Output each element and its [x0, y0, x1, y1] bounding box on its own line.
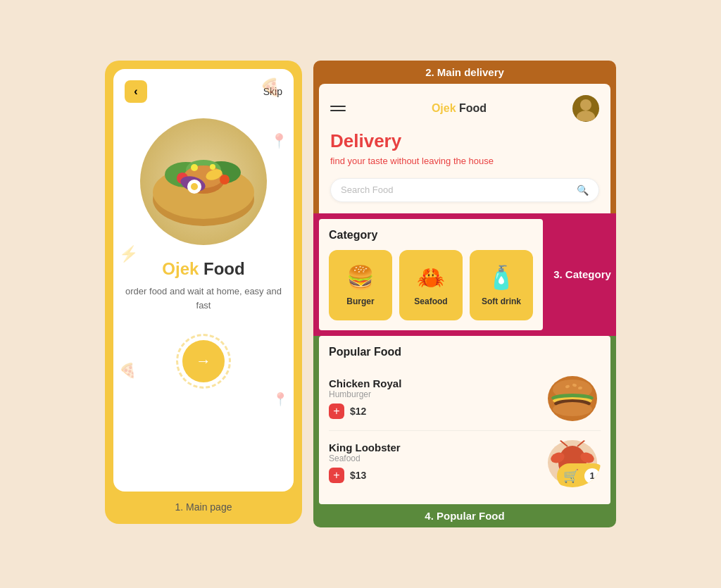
- cart-badge[interactable]: 🛒 1: [557, 463, 601, 487]
- hamburger-menu-button[interactable]: [330, 106, 346, 111]
- main-page-panel: 🍕 📍 ⚡ 🍕 📍 ‹ Skip: [105, 61, 302, 524]
- search-icon: 🔍: [577, 184, 589, 196]
- skip-button[interactable]: Skip: [263, 86, 282, 97]
- softdrink-icon: 🧴: [487, 264, 515, 291]
- back-button[interactable]: ‹: [125, 80, 147, 103]
- deco-lightning-icon: ⚡: [119, 245, 138, 263]
- food-price-row-lobster: + $13: [329, 468, 537, 483]
- main-page-inner: 🍕 📍 ⚡ 🍕 📍 ‹ Skip: [113, 69, 294, 492]
- food-cat-lobster: Seafood: [329, 453, 537, 463]
- delivery-title: Delivery: [330, 130, 599, 152]
- svg-point-8: [220, 175, 230, 184]
- deco-pin2-icon: 📍: [272, 392, 288, 407]
- app-subtitle: order food and wait at home, easy and fa…: [125, 284, 282, 312]
- svg-point-10: [210, 164, 215, 170]
- seafood-icon: 🦀: [417, 264, 445, 291]
- delivery-header: Ojek Food: [330, 95, 599, 122]
- category-softdrink[interactable]: 🧴 Soft drink: [470, 250, 533, 320]
- delivery-subtitle: find your taste without leaving the hous…: [330, 155, 599, 168]
- avatar[interactable]: [572, 95, 599, 122]
- seafood-label: Seafood: [414, 296, 447, 306]
- add-chicken-button[interactable]: +: [329, 404, 344, 419]
- cart-count: 1: [584, 468, 600, 484]
- hamburger-line-1: [330, 106, 346, 107]
- food-info-chicken: Chicken Royal Humburger + $12: [329, 377, 537, 419]
- food-bowl-image: [140, 118, 267, 245]
- ojek-label: Ojek: [162, 259, 199, 278]
- food-price-chicken: $12: [350, 406, 366, 417]
- section-3-label: 3. Category: [548, 213, 616, 336]
- main-page-header: ‹ Skip: [125, 80, 282, 103]
- food-label: Food: [199, 259, 244, 278]
- food-image-chicken: [544, 374, 601, 423]
- popular-food-title: Popular Food: [329, 346, 601, 358]
- deco-pizza2-icon: 🍕: [119, 362, 137, 379]
- svg-point-26: [553, 402, 592, 416]
- section-2-outer: 2. Main delivery Ojek Food: [313, 61, 616, 213]
- main-page-section-label: 1. Main page: [175, 499, 232, 515]
- next-button[interactable]: →: [182, 340, 225, 382]
- section-2-inner: Ojek Food Delivery find your taste witho…: [319, 84, 610, 213]
- food-cat-chicken: Humburger: [329, 389, 537, 399]
- right-panel: 2. Main delivery Ojek Food: [313, 61, 616, 527]
- search-placeholder: Search Food: [341, 184, 393, 195]
- section-3-outer: Category 🍔 Burger 🦀 Seafood 🧴 Soft dr: [313, 213, 616, 336]
- food-image-lobster: 🛒 1: [544, 438, 601, 487]
- logo-ojek: Ojek: [432, 102, 456, 114]
- section-4-label: 4. Popular Food: [319, 504, 610, 522]
- category-title: Category: [329, 229, 533, 242]
- food-item-chicken-royal: Chicken Royal Humburger + $12: [329, 367, 601, 431]
- section-3-inner: Category 🍔 Burger 🦀 Seafood 🧴 Soft dr: [319, 219, 543, 330]
- category-items: 🍔 Burger 🦀 Seafood 🧴 Soft drink: [329, 250, 533, 320]
- hamburger-line-2: [330, 110, 346, 111]
- food-name-chicken: Chicken Royal: [329, 377, 537, 389]
- logo: Ojek Food: [432, 102, 487, 115]
- cart-icon: 🛒: [563, 468, 579, 484]
- section-3-content: Category 🍔 Burger 🦀 Seafood 🧴 Soft dr: [313, 213, 548, 336]
- add-lobster-button[interactable]: +: [329, 468, 344, 483]
- section-4-inner: Popular Food Chicken Royal Humburger + $…: [319, 336, 610, 504]
- section-4-outer: Popular Food Chicken Royal Humburger + $…: [313, 336, 616, 527]
- app-title: Ojek Food: [162, 259, 244, 279]
- category-seafood[interactable]: 🦀 Seafood: [399, 250, 463, 320]
- category-burger[interactable]: 🍔 Burger: [329, 250, 392, 320]
- burger-label: Burger: [346, 296, 374, 306]
- svg-point-14: [191, 183, 198, 190]
- section-2-label: 2. Main delivery: [319, 66, 610, 84]
- food-name-lobster: King Loobster: [329, 442, 537, 453]
- svg-point-16: [580, 99, 591, 111]
- food-price-lobster: $13: [350, 470, 366, 481]
- softdrink-label: Soft drink: [482, 296, 521, 306]
- food-price-row-chicken: + $12: [329, 404, 537, 419]
- logo-food: Food: [456, 102, 487, 114]
- food-item-lobster: King Loobster Seafood + $13: [329, 431, 601, 494]
- deco-pin-icon: 📍: [270, 132, 288, 149]
- svg-point-9: [191, 164, 198, 171]
- food-info-lobster: King Loobster Seafood + $13: [329, 442, 537, 483]
- search-box[interactable]: Search Food 🔍: [330, 178, 599, 202]
- burger-icon: 🍔: [346, 264, 375, 291]
